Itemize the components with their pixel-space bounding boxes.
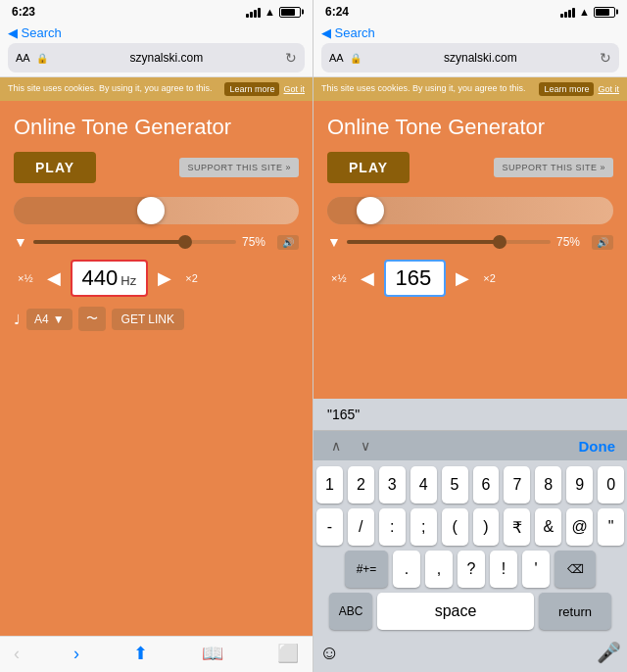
key-3[interactable]: 3	[379, 466, 406, 504]
speaker-button-left[interactable]: 🔊	[277, 235, 299, 250]
key-exclaim[interactable]: !	[490, 551, 517, 588]
key-at[interactable]: @	[566, 508, 593, 546]
key-slash[interactable]: /	[348, 508, 374, 546]
key-rparen[interactable]: )	[473, 508, 500, 546]
backspace-key[interactable]: ⌫	[555, 551, 596, 588]
half-freq-button-right[interactable]: ×½	[327, 270, 351, 286]
share-icon-left[interactable]: ⬆	[133, 643, 148, 664]
mic-button[interactable]: 🎤	[597, 641, 621, 664]
freq-value-left: 440	[82, 265, 119, 291]
learn-more-button-left[interactable]: Learn more	[224, 82, 279, 96]
got-it-button-right[interactable]: Got it	[598, 84, 619, 94]
keyboard-arrows: ∧ ∨	[325, 436, 376, 456]
back-button-right[interactable]: ◀ Search	[321, 25, 619, 40]
reload-button-left[interactable]: ↻	[285, 50, 297, 66]
abc-key[interactable]: ABC	[329, 593, 372, 630]
keyboard-row-bottom: ABC space return	[316, 593, 624, 630]
keyboard-rows: 1 2 3 4 5 6 7 8 9 0 - / : ; ( ) ₹ &	[314, 460, 627, 638]
aa-button-right[interactable]: AA	[329, 52, 344, 64]
key-0[interactable]: 0	[598, 466, 624, 504]
back-nav-button-left[interactable]: ‹	[14, 644, 20, 664]
browser-nav-right: ◀ Search AA 🔒 szynalski.com ↻	[314, 22, 627, 77]
back-button-left[interactable]: ◀ Search	[8, 25, 305, 40]
volume-slider-right[interactable]	[347, 240, 551, 244]
freq-prev-button-right[interactable]: ◀	[357, 267, 378, 289]
wifi-icon: ▲	[265, 6, 275, 18]
wifi-icon-right: ▲	[579, 6, 590, 18]
half-freq-button-left[interactable]: ×½	[14, 270, 37, 286]
done-button[interactable]: Done	[579, 438, 616, 455]
up-arrow-button[interactable]: ∧	[325, 436, 347, 456]
freq-row-left: ×½ ◀ 440 Hz ▶ ×2	[14, 260, 299, 297]
key-2[interactable]: 2	[348, 466, 374, 504]
volume-slider-left[interactable]	[33, 240, 236, 244]
key-7[interactable]: 7	[504, 466, 530, 504]
freq-next-button-right[interactable]: ▶	[452, 267, 473, 289]
double-freq-button-left[interactable]: ×2	[181, 270, 202, 286]
play-button-left[interactable]: PLAY	[14, 152, 96, 183]
freq-display-left[interactable]: 440 Hz	[71, 260, 149, 297]
key-comma[interactable]: ,	[425, 551, 453, 588]
tabs-icon-left[interactable]: ⬜	[277, 643, 299, 664]
speaker-button-right[interactable]: 🔊	[592, 235, 613, 250]
freq-next-button-left[interactable]: ▶	[154, 267, 175, 289]
keyboard-row-more: #+= . , ? ! ' ⌫	[316, 551, 624, 588]
waveform-button-left[interactable]: 〜	[78, 307, 106, 331]
note-icon-left: ♩	[14, 312, 21, 327]
key-question[interactable]: ?	[458, 551, 485, 588]
browser-nav-left: ◀ Search AA 🔒 szynalski.com ↻	[0, 22, 313, 77]
freq-prev-button-left[interactable]: ◀	[43, 267, 65, 289]
freq-slider-right[interactable]	[327, 197, 613, 224]
cookie-banner-left: This site uses cookies. By using it, you…	[0, 77, 313, 101]
note-select-left[interactable]: A4 ▼	[26, 309, 72, 330]
freq-unit-left: Hz	[121, 273, 136, 288]
support-button-left[interactable]: SUPPORT THIS SITE »	[179, 158, 299, 177]
key-hashplus[interactable]: #+=	[345, 551, 388, 588]
keyboard-area: 1 2 3 4 5 6 7 8 9 0 - / : ; ( ) ₹ &	[314, 460, 627, 672]
volume-row-left: ▼ 75% 🔊	[14, 234, 299, 250]
got-it-button-left[interactable]: Got it	[283, 84, 305, 94]
status-icons-right: ▲	[560, 6, 615, 18]
status-bar-right: 6:24 ▲	[314, 0, 627, 22]
aa-button-left[interactable]: AA	[16, 52, 30, 64]
support-button-right[interactable]: SUPPORT THIS SITE »	[494, 158, 613, 177]
signal-icon-right	[560, 6, 575, 18]
note-row-left: ♩ A4 ▼ 〜 GET LINK	[14, 307, 299, 331]
cookie-text-right: This site uses cookies. By using it, you…	[321, 83, 537, 95]
get-link-button-left[interactable]: GET LINK	[112, 309, 184, 330]
double-freq-button-right[interactable]: ×2	[479, 270, 500, 286]
volume-low-icon: ▼	[14, 234, 27, 250]
learn-more-button-right[interactable]: Learn more	[539, 82, 594, 96]
url-right[interactable]: szynalski.com	[367, 51, 594, 65]
key-1[interactable]: 1	[316, 466, 343, 504]
key-rupee[interactable]: ₹	[504, 508, 530, 546]
page-title-right: Online Tone Generator	[327, 115, 613, 140]
key-colon[interactable]: :	[379, 508, 406, 546]
space-key[interactable]: space	[377, 593, 534, 630]
freq-slider-left[interactable]	[14, 197, 299, 224]
key-9[interactable]: 9	[566, 466, 593, 504]
key-quote[interactable]: "	[598, 508, 624, 546]
key-semicolon[interactable]: ;	[410, 508, 437, 546]
key-apostrophe[interactable]: '	[522, 551, 550, 588]
key-4[interactable]: 4	[410, 466, 437, 504]
emoji-button[interactable]: ☺	[319, 642, 339, 664]
play-button-right[interactable]: PLAY	[327, 152, 410, 183]
keyboard-bottom-row: ☺ 🎤	[314, 638, 627, 672]
cookie-banner-right: This site uses cookies. By using it, you…	[314, 77, 627, 101]
keyboard-suggestion: "165"	[314, 399, 627, 431]
key-minus[interactable]: -	[316, 508, 343, 546]
key-8[interactable]: 8	[535, 466, 561, 504]
bookmarks-icon-left[interactable]: 📖	[202, 643, 223, 664]
url-left[interactable]: szynalski.com	[54, 51, 279, 65]
forward-nav-button-left[interactable]: ›	[73, 644, 79, 664]
key-5[interactable]: 5	[442, 466, 468, 504]
return-key[interactable]: return	[539, 593, 611, 630]
reload-button-right[interactable]: ↻	[600, 50, 611, 66]
key-lparen[interactable]: (	[442, 508, 468, 546]
key-6[interactable]: 6	[473, 466, 500, 504]
key-period[interactable]: .	[393, 551, 420, 588]
key-ampersand[interactable]: &	[535, 508, 561, 546]
freq-display-right[interactable]: 165	[384, 260, 447, 297]
down-arrow-button[interactable]: ∨	[355, 436, 376, 456]
